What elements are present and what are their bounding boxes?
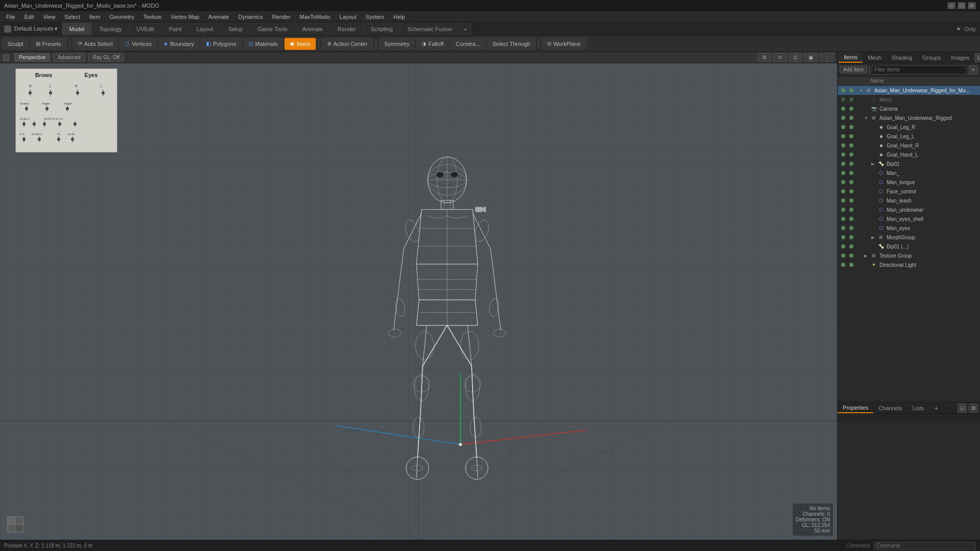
add-panel-tab[interactable]: + [931, 404, 941, 412]
menu-edit[interactable]: Edit [20, 13, 38, 21]
tree-item-goal-hand-l[interactable]: ◆ Goal_Hand_L [838, 150, 980, 159]
maximize-button[interactable]: □ [958, 2, 966, 9]
tab-add[interactable]: + [460, 22, 472, 35]
render-icon-ghr[interactable] [848, 142, 855, 149]
tab-shading[interactable]: Shading [887, 52, 917, 63]
vis-icon-ghl[interactable] [840, 151, 847, 158]
menu-animate[interactable]: Animate [204, 13, 233, 21]
layout-icon[interactable] [4, 26, 11, 33]
render-icon-mesh[interactable] [848, 96, 855, 103]
menu-dynamics[interactable]: Dynamics [234, 13, 267, 21]
arrow-rig[interactable]: ▼ [864, 116, 869, 120]
falloff-button[interactable]: ◑ Falloff [416, 38, 449, 50]
render-icon-camera[interactable] [848, 105, 855, 112]
menu-file[interactable]: File [2, 13, 19, 21]
render-icon-es[interactable] [848, 215, 855, 222]
tree-item-man-leash[interactable]: ⬡ Man_leash [838, 196, 980, 205]
menu-item[interactable]: Item [85, 13, 104, 21]
vp-camera-icon[interactable]: ⊡ [789, 53, 802, 62]
render-icon-leash[interactable] [848, 197, 855, 204]
tab-images[interactable]: Images [946, 52, 974, 63]
menu-layout[interactable]: Layout [335, 13, 360, 21]
tab-schematic[interactable]: Schematic Fusion [400, 22, 459, 35]
vis-icon-root[interactable] [840, 87, 847, 94]
menu-select[interactable]: Select [60, 13, 84, 21]
tree-item-bip01-top[interactable]: ▶ 🦴 Bip01 [838, 159, 980, 168]
tab-model[interactable]: Model [62, 22, 92, 35]
tree-item-texture-group[interactable]: ▶ ⊞ Texture Group [838, 251, 980, 260]
vis-icon-gll[interactable] [840, 133, 847, 140]
view-cube[interactable] [5, 514, 26, 535]
vis-icon-camera[interactable] [840, 105, 847, 112]
workplane-button[interactable]: ⊟ WorkPlane [542, 38, 586, 50]
sculpt-button[interactable]: Sculpt [2, 38, 29, 50]
menu-vertex-map[interactable]: Vertex Map [167, 13, 204, 21]
render-icon-rig[interactable] [848, 114, 855, 121]
bottom-panel-detach[interactable]: ⊞ [969, 404, 978, 413]
arrow-mg[interactable]: ▶ [871, 235, 876, 240]
items-button[interactable]: ◉ Items [284, 38, 316, 50]
constraints-button[interactable]: Constra... [450, 38, 486, 50]
viewport-canvas[interactable]: Brows Eyes R L R L [0, 63, 837, 540]
tree-item-goal-leg-r[interactable]: ◆ Goal_Leg_R [838, 122, 980, 132]
tree-item-mesh[interactable]: ⬡ Mesh [838, 95, 980, 104]
tab-game-tools[interactable]: Game Tools [251, 22, 296, 35]
render-icon-gll[interactable] [848, 133, 855, 140]
vp-reset-icon[interactable]: ↺ [773, 53, 787, 62]
face-control-panel[interactable]: Brows Eyes R L R L [15, 68, 117, 153]
vis-icon-ghr[interactable] [840, 142, 847, 149]
render-icon-uw[interactable] [848, 206, 855, 213]
tab-topology[interactable]: Topology [92, 22, 129, 35]
arrow-bip01t[interactable]: ▶ [871, 162, 876, 166]
tree-item-dir-light[interactable]: ☀ Directional Light [838, 260, 980, 269]
menu-geometry[interactable]: Geometry [105, 13, 138, 21]
render-icon-glr[interactable] [848, 123, 855, 131]
vis-icon-man[interactable] [840, 169, 847, 177]
vp-settings-icon[interactable]: ⚙ [757, 53, 771, 62]
close-button[interactable]: ✕ [968, 2, 976, 9]
tab-animate[interactable]: Animate [295, 22, 330, 35]
items-tree[interactable]: ▼ ⊞ Asian_Man_Underwear_Rigged_for_Mo...… [838, 86, 980, 402]
render-icon-bip01t[interactable] [848, 160, 855, 167]
vis-icon-glr[interactable] [840, 123, 847, 131]
vis-icon-rig[interactable] [840, 114, 847, 121]
auto-select-button[interactable]: ⟳ Auto Select [72, 38, 118, 50]
ray-gl-button[interactable]: Ray GL: Off [88, 53, 125, 62]
render-icon-man[interactable] [848, 169, 855, 177]
tree-item-man-tongue[interactable]: ⬡ Man_tongue [838, 178, 980, 187]
tree-item-goal-hand-r[interactable]: ◆ Goal_Hand_R [838, 141, 980, 150]
tab-layout[interactable]: Layout [189, 22, 221, 35]
render-icon-ghl[interactable] [848, 151, 855, 158]
tree-item-man-underwear[interactable]: ⬡ Man_underwear [838, 205, 980, 214]
render-icon-tongue[interactable] [848, 179, 855, 186]
vis-icon-fc[interactable] [840, 188, 847, 195]
filter-icon[interactable]: ≡ [969, 65, 978, 74]
tab-lists[interactable]: Lists [908, 403, 929, 413]
vis-icon-mesh[interactable] [840, 96, 847, 103]
polygons-button[interactable]: ◧ Polygons [201, 38, 241, 50]
render-icon-tg[interactable] [848, 252, 855, 259]
vis-icon-eyes[interactable] [840, 224, 847, 232]
perspective-button[interactable]: Perspective [14, 53, 50, 62]
menu-texture[interactable]: Texture [139, 13, 166, 21]
menu-system[interactable]: System [361, 13, 388, 21]
vis-icon-tongue[interactable] [840, 179, 847, 186]
advanced-button[interactable]: Advanced [53, 53, 85, 62]
tab-paint[interactable]: Paint [162, 22, 189, 35]
render-icon-bip01b[interactable] [848, 243, 855, 250]
tree-item-goal-leg-l[interactable]: ◆ Goal_Leg_L [838, 132, 980, 141]
vp-more-icon[interactable]: ⋮ [820, 53, 834, 62]
tab-properties[interactable]: Properties [838, 403, 873, 413]
tree-item-man-eyes[interactable]: ⬡ Man_eyes [838, 223, 980, 233]
vertices-button[interactable]: ⬡ Vertices [119, 38, 157, 50]
filter-items-input[interactable] [872, 65, 967, 74]
menu-view[interactable]: View [39, 13, 60, 21]
vis-icon-tg[interactable] [840, 252, 847, 259]
minimize-button[interactable]: ─ [947, 2, 955, 9]
vis-icon-mg[interactable] [840, 234, 847, 241]
default-layouts[interactable]: Default Layouts ▾ [14, 26, 58, 32]
tree-item-man-eyes-shell[interactable]: ⬡ Man_eyes_shell [838, 214, 980, 223]
viewport[interactable]: Perspective Advanced Ray GL: Off ⚙ ↺ ⊡ ▣… [0, 52, 837, 540]
tab-mesh[interactable]: Mesh [863, 52, 887, 63]
boundary-button[interactable]: ◈ Boundary [158, 38, 200, 50]
